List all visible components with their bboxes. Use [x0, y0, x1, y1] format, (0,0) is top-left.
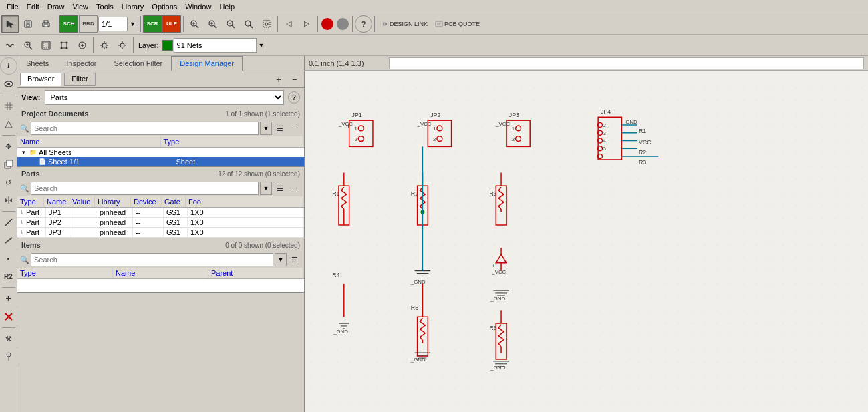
script-btn[interactable]: SCR [143, 15, 162, 33]
view-help-btn[interactable]: ? [288, 91, 300, 104]
subtab-filter[interactable]: Filter [64, 73, 95, 86]
bus-btn[interactable] [0, 232, 17, 249]
items-list-btn[interactable]: ☰ [288, 253, 301, 266]
parts-col-type[interactable]: Type [17, 196, 44, 207]
subtab-browser[interactable]: Browser [20, 73, 61, 86]
zoom-in-btn[interactable] [204, 15, 221, 33]
parts-more-btn[interactable]: ⋯ [288, 182, 301, 195]
parts-row-0[interactable]: ↳ Part JP1 pinhead -- G$1 1X0 [17, 208, 304, 218]
menu-options[interactable]: Options [148, 2, 181, 11]
wave-tool-btn[interactable] [1, 37, 19, 54]
menu-draw[interactable]: Draw [43, 2, 69, 11]
menu-library[interactable]: Library [118, 2, 148, 11]
nav-fwd-btn[interactable]: ▷ [298, 15, 315, 33]
parts-col-library[interactable]: Library [95, 196, 131, 207]
menu-file[interactable]: File [3, 2, 23, 11]
zoom-out-btn[interactable] [222, 15, 239, 33]
delete-btn[interactable] [0, 308, 17, 325]
tab-inspector[interactable]: Inspector [57, 56, 105, 71]
command-input[interactable] [389, 57, 864, 69]
items-section: Items 0 of 0 shown (0 selected) 🔍 ▼ ☰ Ty… [17, 238, 304, 293]
col-type-header[interactable]: Type [161, 136, 305, 147]
net-tool-btn[interactable] [55, 37, 73, 54]
eye-btn[interactable] [0, 75, 17, 93]
tab-selection-filter[interactable]: Selection Filter [106, 56, 172, 71]
view-select[interactable]: Parts Nets Components [45, 90, 284, 105]
items-col-parent[interactable]: Parent [208, 268, 304, 278]
help-btn[interactable]: ? [355, 15, 372, 33]
board-icon-btn[interactable] [37, 37, 55, 54]
parts-list-btn[interactable]: ☰ [273, 182, 287, 195]
copy-btn[interactable] [0, 156, 17, 173]
items-search[interactable] [31, 253, 273, 266]
tree-row-sheet1[interactable]: 📄 Sheet 1/1 Sheet [17, 157, 304, 166]
add-net-btn[interactable] [74, 37, 91, 54]
parts-col-foo[interactable]: Foo [186, 196, 304, 207]
page-combo-arrow[interactable]: ▼ [127, 17, 138, 31]
gray-btn[interactable] [335, 17, 350, 31]
menu-tools[interactable]: Tools [92, 2, 118, 11]
menu-edit[interactable]: Edit [23, 2, 43, 11]
items-col-type[interactable]: Type [17, 268, 113, 278]
brd-badge[interactable]: BRD [79, 15, 98, 33]
layer-combo[interactable]: 91 Nets ▼ [174, 38, 267, 53]
parts-col-device[interactable]: Device [131, 196, 162, 207]
parts-row-1[interactable]: ↳ Part JP2 pinhead -- G$1 1X0 [17, 218, 304, 228]
sch-badge[interactable]: SCH [59, 15, 78, 33]
svg-rect-22 [436, 21, 442, 27]
sep5 [317, 16, 318, 32]
layer-combo-arrow[interactable]: ▼ [256, 38, 267, 53]
parts-search-dropdown[interactable]: ▼ [260, 182, 272, 195]
pcb-quote-btn[interactable]: PCB QUOTE [432, 15, 483, 33]
zoom-sel-btn[interactable] [258, 15, 275, 33]
grid-btn[interactable] [0, 97, 17, 115]
label-btn[interactable]: R2 [0, 268, 17, 285]
save-btn[interactable] [19, 15, 37, 33]
settings-btn[interactable] [96, 37, 113, 54]
parts-col-value[interactable]: Value [69, 196, 95, 207]
menu-help[interactable]: Help [215, 2, 239, 11]
project-documents-search-dropdown[interactable]: ▼ [260, 122, 272, 135]
add-part-btn[interactable]: + [0, 290, 17, 307]
tab-sheets[interactable]: Sheets [17, 56, 57, 71]
pin-btn[interactable] [0, 348, 17, 365]
zoom-area-btn[interactable] [240, 15, 257, 33]
settings2-btn[interactable] [114, 37, 131, 54]
print-btn[interactable] [37, 15, 55, 33]
parts-search[interactable] [31, 182, 259, 195]
col-name-header[interactable]: Name [17, 136, 161, 147]
parts-col-name[interactable]: Name [44, 196, 69, 207]
smash-btn[interactable]: ⚒ [0, 330, 17, 347]
design-link-btn[interactable]: DESIGN LINK [377, 15, 431, 33]
schematic-canvas[interactable]: JP1 1 2 _VCC R1 R4 [305, 71, 868, 412]
ulp-btn[interactable]: ULP [162, 15, 181, 33]
menu-view[interactable]: View [68, 2, 92, 11]
info-btn[interactable]: ℹ [0, 57, 17, 75]
zoom-fit-btn[interactable] [186, 15, 203, 33]
mirror-btn[interactable] [0, 192, 17, 209]
move-btn[interactable]: ✥ [0, 138, 17, 155]
page-combo[interactable]: 1/1 ▼ [98, 17, 138, 31]
svg-line-59 [5, 219, 12, 226]
select-tool-btn[interactable] [1, 15, 19, 33]
nav-back-btn[interactable]: ◁ [280, 15, 297, 33]
project-documents-list-btn[interactable]: ☰ [273, 122, 287, 135]
project-documents-more-btn[interactable]: ⋯ [288, 122, 301, 135]
junction-btn[interactable]: • [0, 250, 17, 267]
zoom-panel-in-btn[interactable]: + [272, 73, 285, 86]
stop-btn[interactable] [320, 17, 335, 31]
parts-row-2[interactable]: ↳ Part JP3 pinhead -- G$1 1X0 [17, 228, 304, 238]
items-col-name[interactable]: Name [113, 268, 208, 278]
ratsnest-btn[interactable] [0, 116, 17, 133]
zoom-exact-btn[interactable]: + [19, 37, 37, 54]
tab-design-manager[interactable]: Design Manager [171, 56, 243, 71]
zoom-panel-out-btn[interactable]: − [288, 73, 301, 86]
project-documents-search[interactable] [31, 122, 259, 135]
tree-row-all-sheets[interactable]: ▾ 📁 All Sheets [17, 148, 304, 157]
rotate-btn[interactable]: ↺ [0, 174, 17, 191]
menu-window[interactable]: Window [181, 2, 215, 11]
items-count: 0 of 0 shown (0 selected) [225, 242, 300, 249]
wire-btn[interactable] [0, 214, 17, 231]
items-search-dropdown[interactable]: ▼ [275, 253, 287, 266]
parts-col-gate[interactable]: Gate [162, 196, 186, 207]
